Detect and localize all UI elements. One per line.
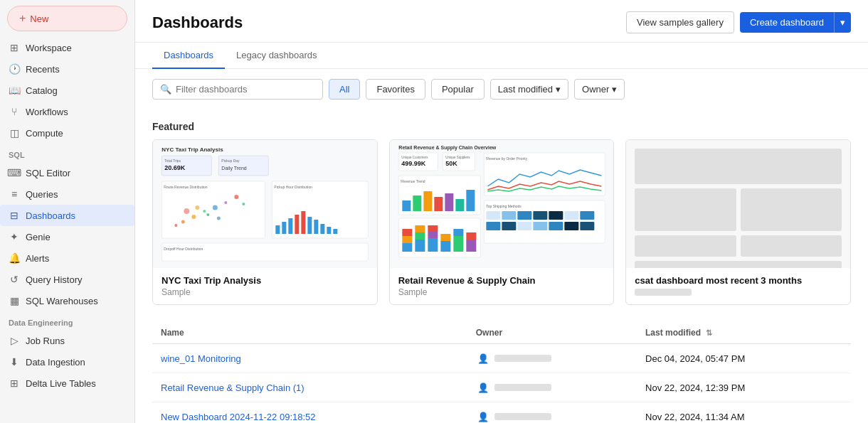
csat-block-small-1 <box>635 235 736 257</box>
sidebar-item-workflows[interactable]: ⑂ Workflows <box>0 101 134 122</box>
svg-rect-34 <box>162 243 368 261</box>
svg-rect-57 <box>486 211 500 220</box>
grid-icon: ⊞ <box>9 42 20 53</box>
sidebar-item-data-ingestion[interactable]: ⬇ Data Ingestion <box>0 351 134 373</box>
wine-dashboard-link[interactable]: wine_01 Monitoring <box>161 353 241 364</box>
row-name-retail: Retail Revenue & Supply Chain (1) <box>152 373 467 402</box>
sidebar-item-delta-live-tables[interactable]: ⊞ Delta Live Tables <box>0 373 134 394</box>
csat-block-half-2 <box>741 188 842 231</box>
sidebar-item-compute[interactable]: ◫ Compute <box>0 122 134 144</box>
svg-text:Top Shipping Methods: Top Shipping Methods <box>486 204 522 208</box>
svg-rect-27 <box>295 215 299 234</box>
svg-rect-69 <box>564 222 578 230</box>
col-name: Name <box>152 322 467 344</box>
svg-text:Daily Trend: Daily Trend <box>221 166 247 171</box>
svg-rect-50 <box>423 191 432 211</box>
svg-rect-31 <box>320 224 324 234</box>
filter-favorites-button[interactable]: Favorites <box>366 79 425 100</box>
csat-block-small-2 <box>741 235 842 257</box>
page-title: Dashboards <box>152 14 243 41</box>
owner-cell-retail: 👤 <box>476 380 628 395</box>
svg-rect-67 <box>533 222 547 230</box>
sidebar-item-dashboards[interactable]: ⊟ Dashboards <box>0 205 134 226</box>
sidebar-item-job-runs[interactable]: ▷ Job Runs <box>0 330 134 351</box>
svg-rect-73 <box>402 236 412 243</box>
retail-dashboard-link[interactable]: Retail Revenue & Supply Chain (1) <box>161 382 305 393</box>
owner-redacted-retail <box>494 384 551 391</box>
owner-redacted-new <box>494 413 551 420</box>
svg-rect-22 <box>272 181 368 238</box>
csat-block-half-3 <box>635 261 842 268</box>
svg-text:Unique Customers: Unique Customers <box>401 156 428 159</box>
sidebar-item-alerts[interactable]: 🔔 Alerts <box>0 247 134 269</box>
list-icon: ≡ <box>9 188 20 200</box>
svg-text:Retail Revenue & Supply Chain : Retail Revenue & Supply Chain Overview <box>398 145 496 151</box>
svg-rect-64 <box>486 222 500 230</box>
new-dashboard-link[interactable]: New Dashboard 2024-11-22 09:18:52 <box>161 412 316 422</box>
header-actions: View samples gallery Create dashboard ▾ <box>626 11 851 42</box>
svg-rect-51 <box>434 197 443 211</box>
filter-all-button[interactable]: All <box>329 79 360 100</box>
row-name-wine: wine_01 Monitoring <box>152 344 467 373</box>
last-modified-filter-button[interactable]: Last modified ▾ <box>490 79 568 100</box>
owner-cell-new: 👤 <box>476 409 628 423</box>
content-area: Featured NYC Taxi Trip Analysis Total Tr… <box>135 109 868 423</box>
sidebar-item-catalog[interactable]: 📖 Catalog <box>0 80 134 101</box>
table-body: wine_01 Monitoring 👤 Dec 04, 2024, 05:47… <box>152 344 851 424</box>
svg-rect-72 <box>402 243 412 252</box>
view-samples-button[interactable]: View samples gallery <box>626 11 734 33</box>
create-dashboard-dropdown-button[interactable]: ▾ <box>834 12 851 33</box>
owner-filter-button[interactable]: Owner ▾ <box>574 79 625 100</box>
svg-rect-70 <box>580 222 594 230</box>
sidebar-item-queries[interactable]: ≡ Queries <box>0 183 134 205</box>
sidebar-item-sql-editor[interactable]: ⌨ SQL Editor <box>0 162 134 183</box>
svg-rect-49 <box>413 196 421 211</box>
svg-rect-53 <box>455 199 464 211</box>
row-name-new: New Dashboard 2024-11-22 09:18:52 <box>152 402 467 424</box>
sidebar-item-genie[interactable]: ✦ Genie <box>0 226 134 247</box>
tab-legacy-dashboards[interactable]: Legacy dashboards <box>225 43 328 69</box>
svg-rect-63 <box>580 211 594 220</box>
svg-rect-58 <box>502 211 516 220</box>
create-dashboard-button[interactable]: Create dashboard <box>740 12 834 33</box>
svg-rect-83 <box>453 236 463 252</box>
tab-dashboards[interactable]: Dashboards <box>152 43 225 69</box>
svg-point-14 <box>213 205 218 210</box>
card-sub-nyc-taxi: Sample <box>162 287 369 297</box>
table-header: Name Owner Last modified ⇅ <box>152 322 851 344</box>
row-owner-new: 👤 <box>467 402 637 424</box>
main-header: Dashboards View samples gallery Create d… <box>135 0 868 43</box>
search-box: 🔍 <box>152 79 323 100</box>
sidebar-item-recents[interactable]: 🕐 Recents <box>0 58 134 80</box>
book-icon: 📖 <box>9 85 20 96</box>
owner-redacted-wine <box>494 355 551 362</box>
svg-text:Revenue Trend: Revenue Trend <box>401 179 425 183</box>
owner-cell-wine: 👤 <box>476 351 628 365</box>
row-date-retail: Nov 22, 2024, 12:39 PM <box>637 373 851 402</box>
featured-card-nyc-taxi[interactable]: NYC Taxi Trip Analysis Total Trips 20.69… <box>152 139 378 305</box>
card-info-retail: Retail Revenue & Supply Chain Sample <box>390 268 614 304</box>
sidebar-item-query-history[interactable]: ↺ Query History <box>0 269 134 290</box>
csat-block-wide <box>635 149 842 184</box>
svg-text:NYC Taxi Trip Analysis: NYC Taxi Trip Analysis <box>162 146 223 153</box>
sidebar: + New ⊞ Workspace 🕐 Recents 📖 Catalog ⑂ … <box>0 0 135 423</box>
bell-icon: 🔔 <box>9 252 20 264</box>
svg-point-16 <box>234 195 238 199</box>
svg-point-12 <box>191 215 196 219</box>
table-icon: ⊞ <box>9 378 20 389</box>
new-button[interactable]: + New <box>7 6 127 31</box>
chevron-down-icon: ▾ <box>612 84 617 95</box>
code-icon: ⌨ <box>9 167 20 178</box>
sidebar-item-workspace[interactable]: ⊞ Workspace <box>0 37 134 58</box>
svg-rect-66 <box>517 222 531 230</box>
featured-card-retail[interactable]: Retail Revenue & Supply Chain Overview U… <box>389 139 615 305</box>
warehouse-icon: ▦ <box>9 295 20 306</box>
featured-card-csat[interactable]: csat dashboard most recent 3 months <box>625 139 851 305</box>
sidebar-item-sql-warehouses[interactable]: ▦ SQL Warehouses <box>0 290 134 311</box>
person-icon: 👤 <box>476 380 490 395</box>
search-input[interactable] <box>176 84 304 95</box>
svg-rect-25 <box>282 222 286 234</box>
svg-rect-24 <box>275 225 280 234</box>
filter-popular-button[interactable]: Popular <box>431 79 485 100</box>
tabs-bar: Dashboards Legacy dashboards <box>135 43 868 69</box>
